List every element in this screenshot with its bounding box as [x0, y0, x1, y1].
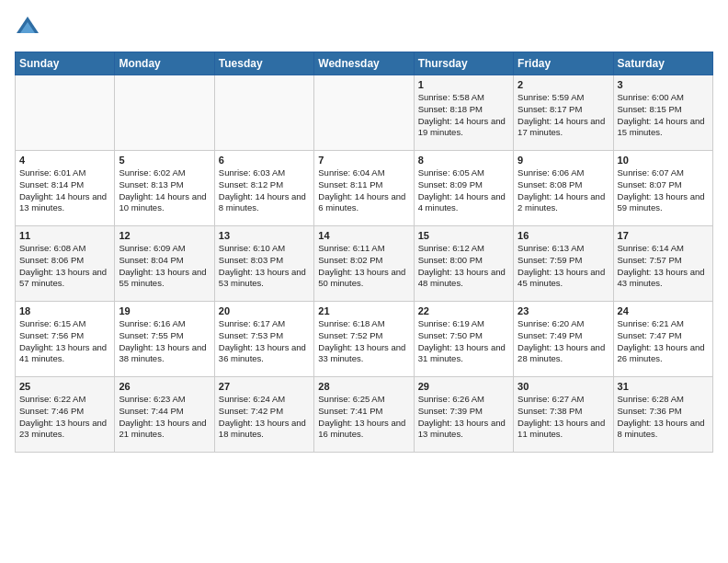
calendar-cell: 22Sunrise: 6:19 AM Sunset: 7:50 PM Dayli… — [414, 302, 513, 377]
calendar-table: SundayMondayTuesdayWednesdayThursdayFrid… — [15, 52, 713, 453]
day-info: Sunrise: 6:18 AM Sunset: 7:52 PM Dayligh… — [318, 318, 409, 365]
weekday-header-monday: Monday — [115, 52, 214, 75]
page-header — [15, 15, 713, 40]
calendar-cell: 6Sunrise: 6:03 AM Sunset: 8:12 PM Daylig… — [214, 151, 313, 226]
day-number: 25 — [19, 381, 110, 392]
day-number: 16 — [518, 230, 609, 241]
day-number: 21 — [318, 305, 409, 316]
day-number: 9 — [518, 155, 609, 166]
calendar-cell: 4Sunrise: 6:01 AM Sunset: 8:14 PM Daylig… — [16, 151, 115, 226]
day-number: 24 — [618, 305, 709, 316]
day-info: Sunrise: 6:03 AM Sunset: 8:12 PM Dayligh… — [219, 167, 310, 214]
day-number: 2 — [518, 79, 609, 90]
day-info: Sunrise: 6:28 AM Sunset: 7:36 PM Dayligh… — [618, 394, 709, 441]
day-number: 30 — [518, 381, 609, 392]
day-number: 8 — [418, 155, 509, 166]
calendar-cell: 29Sunrise: 6:26 AM Sunset: 7:39 PM Dayli… — [414, 377, 513, 453]
day-number: 13 — [219, 230, 310, 241]
day-number: 12 — [119, 230, 210, 241]
day-info: Sunrise: 6:26 AM Sunset: 7:39 PM Dayligh… — [418, 394, 509, 441]
calendar-cell: 24Sunrise: 6:21 AM Sunset: 7:47 PM Dayli… — [613, 302, 712, 377]
day-number: 28 — [318, 381, 409, 392]
calendar-cell: 19Sunrise: 6:16 AM Sunset: 7:55 PM Dayli… — [115, 302, 214, 377]
day-info: Sunrise: 6:12 AM Sunset: 8:00 PM Dayligh… — [418, 243, 509, 290]
day-info: Sunrise: 6:06 AM Sunset: 8:08 PM Dayligh… — [518, 167, 609, 214]
day-number: 6 — [219, 155, 310, 166]
calendar-week-4: 18Sunrise: 6:15 AM Sunset: 7:56 PM Dayli… — [16, 302, 713, 377]
day-info: Sunrise: 6:07 AM Sunset: 8:07 PM Dayligh… — [618, 167, 709, 214]
weekday-header-sunday: Sunday — [16, 52, 115, 75]
calendar-week-1: 1Sunrise: 5:58 AM Sunset: 8:18 PM Daylig… — [16, 75, 713, 151]
calendar-cell: 30Sunrise: 6:27 AM Sunset: 7:38 PM Dayli… — [514, 377, 613, 453]
day-number: 5 — [119, 155, 210, 166]
calendar-cell: 27Sunrise: 6:24 AM Sunset: 7:42 PM Dayli… — [214, 377, 313, 453]
day-info: Sunrise: 6:05 AM Sunset: 8:09 PM Dayligh… — [418, 167, 509, 214]
day-info: Sunrise: 6:01 AM Sunset: 8:14 PM Dayligh… — [19, 167, 110, 214]
weekday-header-thursday: Thursday — [414, 52, 513, 75]
day-info: Sunrise: 6:24 AM Sunset: 7:42 PM Dayligh… — [219, 394, 310, 441]
calendar-cell: 7Sunrise: 6:04 AM Sunset: 8:11 PM Daylig… — [314, 151, 414, 226]
day-number: 19 — [119, 305, 210, 316]
day-info: Sunrise: 6:19 AM Sunset: 7:50 PM Dayligh… — [418, 318, 509, 365]
calendar-cell: 1Sunrise: 5:58 AM Sunset: 8:18 PM Daylig… — [414, 75, 513, 151]
day-info: Sunrise: 6:00 AM Sunset: 8:15 PM Dayligh… — [618, 92, 709, 139]
day-info: Sunrise: 6:13 AM Sunset: 7:59 PM Dayligh… — [518, 243, 609, 290]
day-info: Sunrise: 6:09 AM Sunset: 8:04 PM Dayligh… — [119, 243, 210, 290]
calendar-cell: 15Sunrise: 6:12 AM Sunset: 8:00 PM Dayli… — [414, 226, 513, 302]
calendar-cell: 28Sunrise: 6:25 AM Sunset: 7:41 PM Dayli… — [314, 377, 414, 453]
calendar-cell: 21Sunrise: 6:18 AM Sunset: 7:52 PM Dayli… — [314, 302, 414, 377]
day-number: 1 — [418, 79, 509, 90]
weekday-header-saturday: Saturday — [613, 52, 712, 75]
day-info: Sunrise: 5:59 AM Sunset: 8:17 PM Dayligh… — [518, 92, 609, 139]
calendar-cell: 3Sunrise: 6:00 AM Sunset: 8:15 PM Daylig… — [613, 75, 712, 151]
day-info: Sunrise: 6:04 AM Sunset: 8:11 PM Dayligh… — [318, 167, 409, 214]
calendar-cell: 26Sunrise: 6:23 AM Sunset: 7:44 PM Dayli… — [115, 377, 214, 453]
day-info: Sunrise: 6:14 AM Sunset: 7:57 PM Dayligh… — [618, 243, 709, 290]
day-number: 18 — [19, 305, 110, 316]
calendar-cell: 8Sunrise: 6:05 AM Sunset: 8:09 PM Daylig… — [414, 151, 513, 226]
calendar-cell: 17Sunrise: 6:14 AM Sunset: 7:57 PM Dayli… — [613, 226, 712, 302]
weekday-header-wednesday: Wednesday — [314, 52, 414, 75]
calendar-cell: 18Sunrise: 6:15 AM Sunset: 7:56 PM Dayli… — [16, 302, 115, 377]
calendar-cell: 12Sunrise: 6:09 AM Sunset: 8:04 PM Dayli… — [115, 226, 214, 302]
day-info: Sunrise: 6:10 AM Sunset: 8:03 PM Dayligh… — [219, 243, 310, 290]
calendar-cell: 11Sunrise: 6:08 AM Sunset: 8:06 PM Dayli… — [16, 226, 115, 302]
day-info: Sunrise: 6:27 AM Sunset: 7:38 PM Dayligh… — [518, 394, 609, 441]
day-number: 27 — [219, 381, 310, 392]
calendar-week-2: 4Sunrise: 6:01 AM Sunset: 8:14 PM Daylig… — [16, 151, 713, 226]
calendar-cell — [214, 75, 313, 151]
calendar-cell: 23Sunrise: 6:20 AM Sunset: 7:49 PM Dayli… — [514, 302, 613, 377]
day-info: Sunrise: 6:23 AM Sunset: 7:44 PM Dayligh… — [119, 394, 210, 441]
day-info: Sunrise: 5:58 AM Sunset: 8:18 PM Dayligh… — [418, 92, 509, 139]
day-number: 11 — [19, 230, 110, 241]
day-info: Sunrise: 6:11 AM Sunset: 8:02 PM Dayligh… — [318, 243, 409, 290]
day-number: 4 — [19, 155, 110, 166]
day-number: 31 — [618, 381, 709, 392]
calendar-cell: 16Sunrise: 6:13 AM Sunset: 7:59 PM Dayli… — [514, 226, 613, 302]
logo — [15, 15, 44, 40]
calendar-cell: 14Sunrise: 6:11 AM Sunset: 8:02 PM Dayli… — [314, 226, 414, 302]
day-info: Sunrise: 6:17 AM Sunset: 7:53 PM Dayligh… — [219, 318, 310, 365]
day-number: 29 — [418, 381, 509, 392]
day-info: Sunrise: 6:22 AM Sunset: 7:46 PM Dayligh… — [19, 394, 110, 441]
calendar-cell: 20Sunrise: 6:17 AM Sunset: 7:53 PM Dayli… — [214, 302, 313, 377]
day-info: Sunrise: 6:08 AM Sunset: 8:06 PM Dayligh… — [19, 243, 110, 290]
day-number: 3 — [618, 79, 709, 90]
day-number: 7 — [318, 155, 409, 166]
weekday-header-friday: Friday — [514, 52, 613, 75]
calendar-week-5: 25Sunrise: 6:22 AM Sunset: 7:46 PM Dayli… — [16, 377, 713, 453]
calendar-cell — [115, 75, 214, 151]
day-info: Sunrise: 6:21 AM Sunset: 7:47 PM Dayligh… — [618, 318, 709, 365]
day-info: Sunrise: 6:15 AM Sunset: 7:56 PM Dayligh… — [19, 318, 110, 365]
day-info: Sunrise: 6:16 AM Sunset: 7:55 PM Dayligh… — [119, 318, 210, 365]
day-info: Sunrise: 6:20 AM Sunset: 7:49 PM Dayligh… — [518, 318, 609, 365]
day-info: Sunrise: 6:25 AM Sunset: 7:41 PM Dayligh… — [318, 394, 409, 441]
calendar-cell: 10Sunrise: 6:07 AM Sunset: 8:07 PM Dayli… — [613, 151, 712, 226]
day-number: 22 — [418, 305, 509, 316]
calendar-cell: 31Sunrise: 6:28 AM Sunset: 7:36 PM Dayli… — [613, 377, 712, 453]
calendar-cell — [16, 75, 115, 151]
day-number: 20 — [219, 305, 310, 316]
day-number: 23 — [518, 305, 609, 316]
logo-icon — [15, 15, 40, 40]
calendar-cell: 13Sunrise: 6:10 AM Sunset: 8:03 PM Dayli… — [214, 226, 313, 302]
